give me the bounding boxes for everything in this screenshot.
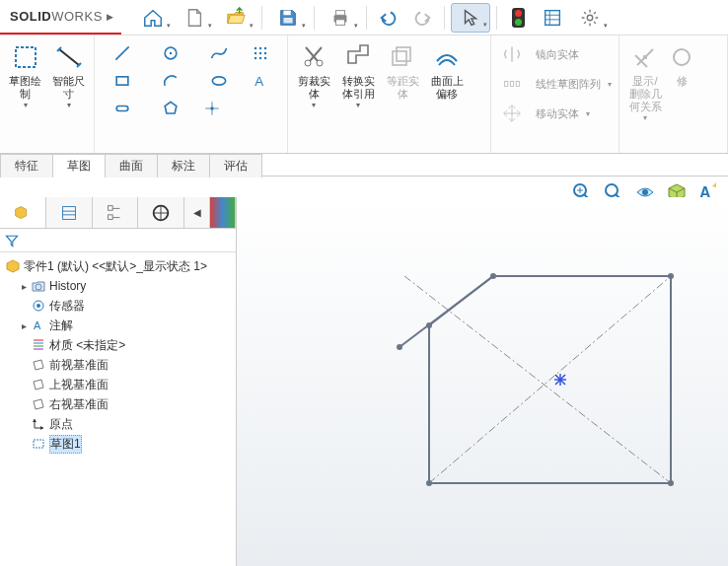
svg-point-23 <box>255 57 257 60</box>
point-tool-button[interactable] <box>197 95 227 122</box>
tree-front-plane[interactable]: 前视基准面 <box>2 355 234 375</box>
property-manager-tab[interactable] <box>46 197 93 228</box>
panel-tab-scroll-right[interactable] <box>210 197 236 228</box>
select-tool-button[interactable]: ▾ <box>451 3 490 33</box>
expand-icon[interactable]: ▸ <box>18 281 30 292</box>
svg-rect-40 <box>505 82 508 87</box>
tree-material[interactable]: 材质 <未指定> <box>2 335 234 355</box>
svg-point-20 <box>255 52 257 55</box>
display-relations-label: 显示/删除几何关系 <box>627 75 663 113</box>
app-logo[interactable]: SOLIDWORKS ▶ <box>0 0 121 35</box>
expand-icon[interactable]: ▸ <box>18 320 30 331</box>
save-button[interactable]: ▾ <box>268 3 308 33</box>
tree-annotations[interactable]: ▸ A 注解 <box>2 316 234 335</box>
svg-rect-4 <box>335 19 344 25</box>
tab-evaluate[interactable]: 评估 <box>209 154 262 177</box>
sketch-exit-button[interactable]: 草图绘制 ▾ <box>6 39 44 111</box>
tree-filter-row[interactable] <box>0 229 236 252</box>
rebuild-traffic-button[interactable] <box>503 3 535 33</box>
repair-sketch-button[interactable]: 修 <box>670 39 693 90</box>
chevron-down-icon: ▾ <box>483 21 487 29</box>
text-tool-button[interactable]: A <box>246 67 275 95</box>
svg-rect-5 <box>546 10 560 25</box>
svg-point-79 <box>668 480 674 486</box>
svg-rect-45 <box>643 55 647 59</box>
tree-history[interactable]: ▸ History <box>2 276 234 296</box>
tree-right-plane[interactable]: 右视基准面 <box>2 394 234 414</box>
svg-point-78 <box>426 480 432 486</box>
open-file-button[interactable]: ▾ <box>216 3 255 33</box>
redo-button[interactable] <box>406 3 438 33</box>
settings-gear-button[interactable]: ▾ <box>570 3 610 33</box>
tab-features[interactable]: 特征 <box>0 154 53 177</box>
smart-dimension-button[interactable]: 智能尺寸 ▾ <box>49 39 88 111</box>
svg-rect-1 <box>283 18 292 24</box>
history-folder-icon <box>30 278 47 294</box>
tree-root-part[interactable]: 零件1 (默认) <<默认>_显示状态 1> <box>2 256 234 276</box>
circle-tool-button[interactable] <box>149 39 192 67</box>
arc-tool-button[interactable] <box>149 67 192 95</box>
svg-line-76 <box>400 276 493 347</box>
svg-rect-10 <box>16 47 36 67</box>
tab-surface[interactable]: 曲面 <box>105 154 158 177</box>
convert-entities-button[interactable]: 转换实体引用 ▾ <box>338 39 378 111</box>
svg-line-74 <box>404 276 671 483</box>
ellipse-tool-button[interactable] <box>197 67 241 95</box>
app-title: SOLIDWORKS <box>10 9 103 24</box>
svg-rect-42 <box>516 82 519 87</box>
svg-line-14 <box>115 46 128 59</box>
config-manager-tab[interactable] <box>93 197 139 228</box>
svg-point-77 <box>426 322 432 328</box>
offset-on-surface-button[interactable]: 曲面上偏移 <box>427 39 467 103</box>
tab-sketch[interactable]: 草图 <box>52 154 106 177</box>
tree-sensors[interactable]: 传感器 <box>2 296 234 316</box>
tree-origin[interactable]: 原点 <box>2 414 234 434</box>
svg-rect-57 <box>109 214 113 219</box>
move-entities-button[interactable] <box>497 100 527 127</box>
svg-point-51 <box>642 189 648 195</box>
spline-tool-button[interactable] <box>197 39 241 67</box>
command-manager-tabs: 特征 草图 曲面 标注 评估 <box>0 154 728 177</box>
tree-sketch1[interactable]: 草图1 <box>2 434 234 454</box>
svg-point-65 <box>36 304 40 308</box>
svg-rect-39 <box>397 47 410 61</box>
offset-entities-label: 等距实体 <box>385 75 420 101</box>
undo-button[interactable] <box>373 3 404 33</box>
dimxpert-tab[interactable] <box>138 197 184 228</box>
repair-sketch-label: 修 <box>677 75 688 88</box>
options-panel-button[interactable] <box>537 3 568 33</box>
print-button[interactable]: ▾ <box>321 3 360 33</box>
svg-rect-56 <box>109 205 113 210</box>
tree-top-plane[interactable]: 上视基准面 <box>2 375 234 394</box>
svg-rect-73 <box>34 440 43 448</box>
svg-point-80 <box>668 273 674 279</box>
slot-tool-button[interactable] <box>101 95 144 122</box>
trim-entities-button[interactable]: 剪裁实体 ▾ <box>294 39 333 111</box>
panel-tab-scroll-left[interactable]: ◀ <box>184 197 210 228</box>
svg-rect-26 <box>116 77 128 85</box>
home-button[interactable]: ▾ <box>133 3 173 33</box>
ribbon: 草图绘制 ▾ 智能尺寸 ▾ A <box>0 35 728 154</box>
rectangle-tool-button[interactable] <box>101 67 144 95</box>
display-relations-button[interactable]: 显示/删除几何关系 ▾ <box>625 39 665 124</box>
tab-annotate[interactable]: 标注 <box>157 154 210 177</box>
offset-entities-button[interactable]: 等距实体 <box>383 39 422 103</box>
svg-rect-41 <box>510 82 513 87</box>
point-grid-button[interactable] <box>246 39 275 67</box>
svg-marker-30 <box>165 102 177 113</box>
origin-icon <box>30 416 47 432</box>
smart-dimension-label: 智能尺寸 <box>51 75 86 101</box>
svg-rect-0 <box>283 10 290 15</box>
plane-icon <box>30 396 47 412</box>
mirror-entities-button[interactable] <box>497 40 527 68</box>
feature-tree-tab[interactable] <box>0 197 46 228</box>
polygon-tool-button[interactable] <box>149 95 192 122</box>
svg-point-9 <box>587 15 593 21</box>
new-file-button[interactable]: ▾ <box>175 3 214 33</box>
offset-on-surface-label: 曲面上偏移 <box>429 75 465 101</box>
traffic-light-icon <box>512 8 525 28</box>
svg-rect-29 <box>116 106 128 111</box>
graphics-viewport[interactable] <box>237 197 728 566</box>
linear-pattern-button[interactable] <box>497 70 527 98</box>
line-tool-button[interactable] <box>101 39 144 67</box>
